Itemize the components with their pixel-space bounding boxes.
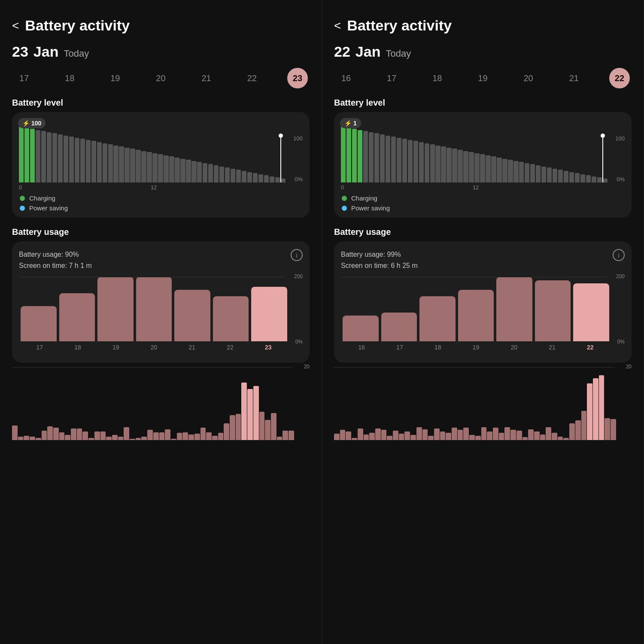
mini-bar xyxy=(88,438,94,440)
screen-time: Screen on time: 7 h 1 m xyxy=(19,260,92,271)
info-button[interactable]: i xyxy=(291,249,303,261)
usage-x-label: 19 xyxy=(97,344,135,351)
battery-bar xyxy=(113,127,118,182)
mini-bars xyxy=(334,367,616,440)
day-item[interactable]: 16 xyxy=(336,68,356,88)
day-item[interactable]: 21 xyxy=(564,68,584,88)
day-item[interactable]: 19 xyxy=(472,68,493,88)
power-saving-dot xyxy=(20,206,25,211)
battery-bar xyxy=(152,127,157,182)
day-item[interactable]: 22 xyxy=(242,68,262,88)
battery-bar xyxy=(208,127,213,182)
battery-bar xyxy=(130,127,135,182)
usage-x-label: 18 xyxy=(59,344,97,351)
day-item[interactable]: 17 xyxy=(381,68,402,88)
battery-bar xyxy=(586,127,591,182)
back-button[interactable]: < xyxy=(334,19,341,33)
day-item[interactable]: 23 xyxy=(287,68,308,88)
date-row: 23 Jan Today xyxy=(12,43,310,60)
battery-bar xyxy=(480,127,485,182)
mini-bar xyxy=(428,436,434,440)
mini-bar xyxy=(265,420,270,440)
battery-bar xyxy=(191,127,196,182)
mini-bar xyxy=(522,437,528,440)
battery-bar xyxy=(397,127,401,182)
battery-level-card: ⚡ 1 xyxy=(334,112,632,218)
battery-bar xyxy=(58,127,63,182)
marker-dot xyxy=(601,134,605,138)
power-saving-label: Power saving xyxy=(29,204,68,212)
mini-bar xyxy=(493,428,498,440)
info-button[interactable]: i xyxy=(613,249,625,261)
mini-bar xyxy=(487,431,492,440)
usage-pct: Battery usage: 90% xyxy=(19,249,92,260)
battery-chart-area: 100 0% 0 12 xyxy=(340,122,626,191)
day-item[interactable]: 20 xyxy=(150,68,171,88)
mini-bar xyxy=(212,436,218,440)
date-month: Jan xyxy=(355,43,381,60)
charging-dot xyxy=(20,196,25,201)
usage-header: Battery usage: 99% Screen on time: 6 h 2… xyxy=(341,249,625,271)
battery-bar xyxy=(547,127,552,182)
battery-bar xyxy=(497,127,501,182)
usage-bar xyxy=(59,293,95,342)
day-item[interactable]: 21 xyxy=(196,68,217,88)
battery-bar xyxy=(435,127,440,182)
mini-bar xyxy=(153,432,159,440)
battery-bar xyxy=(474,127,479,182)
battery-bar xyxy=(247,127,252,182)
usage-x-label: 22 xyxy=(211,344,249,351)
mini-bar xyxy=(200,428,206,440)
charging-dot xyxy=(342,196,347,201)
day-item[interactable]: 22 xyxy=(609,68,630,88)
mini-bar xyxy=(218,433,224,440)
battery-bar xyxy=(513,127,518,182)
mini-bar xyxy=(53,428,59,440)
battery-usage-card: Battery usage: 90% Screen on time: 7 h 1… xyxy=(12,241,310,363)
screen-time: Screen on time: 6 h 25 m xyxy=(341,260,418,271)
mini-bar xyxy=(236,414,241,440)
day-selector[interactable]: 16 17 18 19 20 21 22 xyxy=(334,68,632,88)
battery-bar xyxy=(352,127,357,182)
mini-bar xyxy=(569,423,575,440)
battery-bar xyxy=(264,127,269,182)
mini-y-label: 20 xyxy=(626,364,632,370)
battery-bar xyxy=(270,127,274,182)
battery-bar xyxy=(258,127,263,182)
usage-bar xyxy=(97,277,134,341)
h-line-200 xyxy=(341,277,608,277)
battery-bar xyxy=(30,127,35,182)
mini-bar xyxy=(12,425,18,440)
battery-bar xyxy=(214,127,219,182)
mini-bar xyxy=(283,431,288,440)
battery-usage-title: Battery usage xyxy=(334,227,632,237)
mini-bar xyxy=(118,437,124,440)
day-selector[interactable]: 17 18 19 20 21 22 23 xyxy=(12,68,310,88)
day-item[interactable]: 18 xyxy=(427,68,447,88)
x-labels: 0 12 xyxy=(340,182,626,191)
mini-bar xyxy=(340,430,346,440)
mini-bar xyxy=(416,427,422,440)
battery-level-title: Battery level xyxy=(12,98,310,108)
usage-bar xyxy=(381,313,417,342)
battery-bar xyxy=(108,127,113,182)
battery-bar xyxy=(147,127,152,182)
mini-bar xyxy=(510,430,516,440)
battery-bar xyxy=(380,127,385,182)
charging-label: Charging xyxy=(29,194,55,202)
usage-x-label: 23 xyxy=(249,344,287,351)
battery-bar xyxy=(231,127,235,182)
back-button[interactable]: < xyxy=(12,19,19,33)
day-item[interactable]: 18 xyxy=(59,68,80,88)
day-item[interactable]: 19 xyxy=(105,68,125,88)
usage-bar-group xyxy=(573,277,609,341)
mini-bar xyxy=(277,437,283,440)
x-start: 0 xyxy=(19,184,22,191)
mini-bar xyxy=(364,434,369,440)
usage-bar-group xyxy=(419,277,456,341)
x-mid: 12 xyxy=(473,184,479,191)
day-item[interactable]: 20 xyxy=(518,68,539,88)
charging-label: Charging xyxy=(351,194,377,202)
battery-bar xyxy=(558,127,563,182)
day-item[interactable]: 17 xyxy=(14,68,34,88)
